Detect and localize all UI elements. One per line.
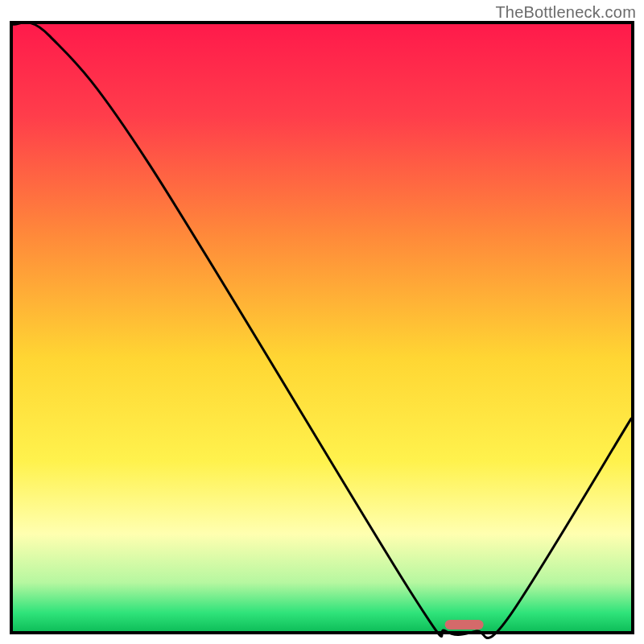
gradient-background xyxy=(13,24,631,631)
chart-svg xyxy=(0,0,644,644)
watermark-text: TheBottleneck.com xyxy=(495,3,636,22)
bottleneck-chart: TheBottleneck.com xyxy=(0,0,644,644)
optimum-marker xyxy=(445,620,484,630)
